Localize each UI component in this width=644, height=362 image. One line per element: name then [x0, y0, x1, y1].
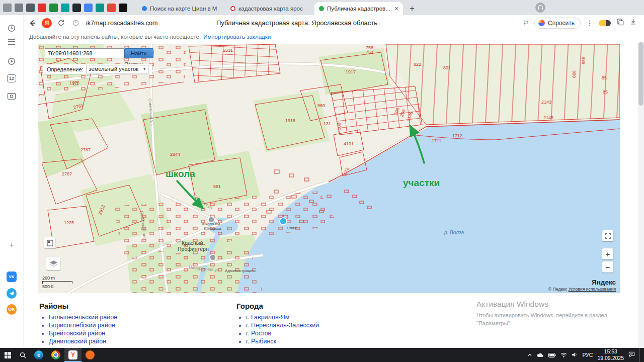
language-indicator[interactable]: РУС [582, 352, 593, 358]
extension-icon[interactable] [84, 4, 93, 12]
bookmark-flag-icon[interactable]: ⚐ [522, 19, 529, 27]
ask-label: Спросить [548, 20, 575, 27]
tab-favicon [230, 6, 235, 11]
list-item: Борисоглебский район [49, 322, 117, 329]
new-tab-button[interactable]: + [406, 3, 418, 15]
taskbar-search-icon[interactable] [15, 348, 30, 362]
scrollbar-thumb[interactable] [638, 42, 643, 106]
battery-saver-icon[interactable] [599, 20, 611, 26]
copyright-text: © Яндекс [548, 287, 567, 292]
map-label: Красный [182, 240, 203, 246]
city-link[interactable]: г. Ростов [246, 330, 271, 337]
support-headset-icon[interactable] [535, 3, 545, 13]
district-link[interactable]: Борисоглебский район [49, 322, 115, 329]
extension-icon[interactable] [107, 4, 116, 12]
browser-tab-strip: Поиск на карте Циан в М кадастровая карт… [0, 0, 644, 15]
chevron-down-icon: ▾ [143, 65, 146, 73]
volume-icon[interactable] [572, 350, 578, 359]
extension-icon[interactable] [72, 4, 81, 12]
vk-icon[interactable]: VK [7, 272, 17, 282]
tabs: Поиск на карте Циан в М кадастровая карт… [137, 0, 418, 15]
yandex-logo[interactable]: Яндекс [548, 279, 616, 286]
taskbar-chrome-icon[interactable] [47, 348, 64, 362]
battery-icon[interactable] [548, 350, 556, 359]
cities-section: Города г. Гаврилов-Ям г. Переславль-Зале… [236, 302, 319, 346]
map-label: 2767 [80, 147, 91, 152]
extension-icon[interactable] [38, 4, 46, 12]
districts-section: Районы Большесельский район Борисоглебск… [39, 302, 117, 346]
taskbar-edge-icon[interactable]: e [30, 348, 47, 362]
selected-object-type: земельный участок [89, 65, 138, 73]
page-scrollbar[interactable] [638, 42, 644, 348]
refresh-button[interactable] [55, 18, 66, 29]
terms-link[interactable]: Условия использования [569, 287, 616, 292]
menu-dots-icon[interactable]: ⋮ [586, 19, 593, 27]
map-label: р. Волга [444, 230, 464, 235]
import-bookmarks-link[interactable]: Импортировать закладки [203, 34, 271, 40]
district-link[interactable]: Большесельский район [49, 314, 117, 321]
system-tray: РУС 15:53 19.09.2025 [527, 348, 644, 362]
url-text[interactable]: ik7map.roscadastres.com [86, 20, 157, 27]
start-button[interactable] [0, 348, 15, 362]
taskbar-yandex-browser-icon[interactable]: Y [64, 348, 82, 362]
action-center-icon[interactable] [628, 350, 635, 359]
site-settings-icon[interactable] [70, 18, 81, 29]
extension-icon[interactable] [119, 4, 127, 12]
tab-cadastral-map-yaroslavl[interactable]: кадастровая карта ярос [226, 2, 314, 15]
map-label: участки [403, 177, 440, 188]
extension-icon[interactable] [15, 4, 23, 12]
taskbar-clock[interactable]: 15:53 19.09.2025 [597, 348, 624, 361]
downloads-icon[interactable] [629, 18, 637, 28]
map-label: 1917 [346, 69, 356, 74]
wifi-icon[interactable] [560, 350, 567, 359]
calendar-12-icon[interactable]: 12 [7, 73, 17, 83]
district-link[interactable]: Брейтовский район [49, 330, 105, 337]
tab-public-cadastral-map[interactable]: Публичная кадастров... × [314, 2, 403, 15]
extension-icon[interactable] [49, 4, 58, 12]
taskbar-browser-orange-icon[interactable] [82, 348, 99, 362]
find-button[interactable]: Найти [124, 48, 153, 58]
map-label: школа [166, 168, 195, 179]
show-desktop-button[interactable] [639, 348, 642, 362]
administration-poi-icon [210, 254, 216, 260]
tab-cian-search[interactable]: Поиск на карте Циан в М [137, 2, 226, 15]
back-button[interactable] [27, 18, 38, 29]
extension-icon[interactable] [61, 4, 69, 12]
zoom-in-button[interactable]: + [602, 248, 613, 259]
scale-imperial: 500 ft [42, 284, 72, 289]
browser-logo-icon[interactable]: Я [42, 18, 52, 28]
object-type-select[interactable]: земельный участок ▾ [87, 65, 148, 73]
collections-icon[interactable] [616, 18, 624, 28]
city-link[interactable]: г. Гаврилов-Ям [246, 314, 289, 321]
layers-button[interactable] [46, 257, 60, 270]
onedrive-icon[interactable] [537, 350, 544, 359]
odnoklassniki-icon[interactable]: OK [7, 304, 17, 314]
video-icon[interactable] [7, 56, 17, 66]
legend-button[interactable] [44, 237, 55, 248]
extension-icon[interactable] [26, 4, 35, 12]
map-label: 1918 [285, 118, 295, 123]
map-label: 85 [603, 89, 608, 95]
window-icon[interactable] [3, 4, 12, 12]
map-label: 822 [414, 62, 421, 67]
sidebar-menu-icon[interactable] [7, 37, 17, 47]
city-link[interactable]: г. Переславль-Залесский [246, 322, 319, 329]
cadastral-search-input[interactable] [45, 48, 124, 58]
screenshot-icon[interactable] [7, 91, 17, 101]
telegram-icon[interactable] [7, 288, 17, 298]
sidebar-add-icon[interactable]: + [7, 240, 17, 250]
hint-text: Добавляйте на эту панель сайты, которые … [29, 34, 201, 40]
map-canvas[interactable]: 1975276127672767122529132844591191896019… [38, 44, 620, 293]
district-link[interactable]: Даниловский район [49, 338, 106, 345]
fullscreen-button[interactable] [602, 230, 613, 241]
history-icon[interactable] [7, 23, 17, 33]
ask-alice-button[interactable]: Спросить [534, 18, 581, 29]
tab-close-icon[interactable]: × [394, 5, 398, 12]
tray-chevron-up-icon[interactable] [527, 350, 532, 359]
map-label: 4101 [344, 141, 354, 146]
extension-icon[interactable] [96, 4, 104, 12]
list-item: Брейтовский район [49, 330, 117, 337]
map-label: 2767 [62, 171, 72, 176]
city-link[interactable]: г. Рыбинск [246, 338, 276, 345]
zoom-out-button[interactable]: − [602, 261, 613, 273]
